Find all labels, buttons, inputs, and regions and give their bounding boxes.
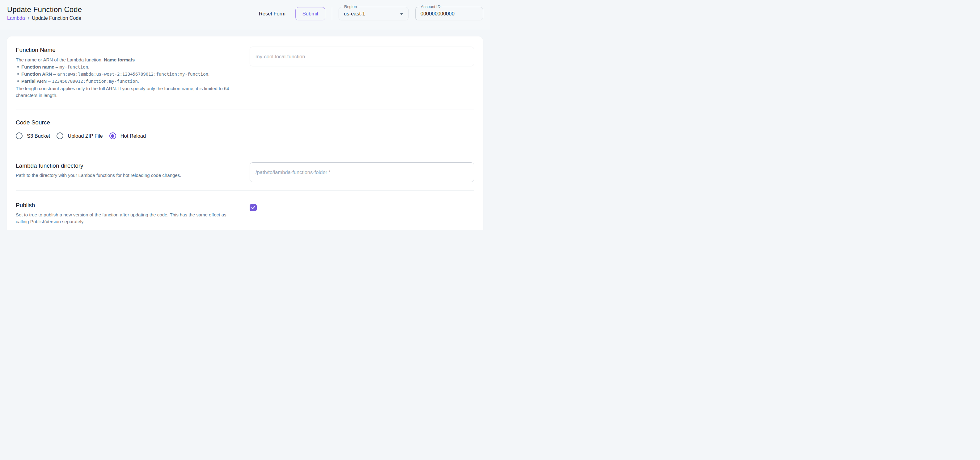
directory-heading: Lambda function directory — [16, 162, 242, 169]
bullet-period: . — [208, 71, 210, 76]
radio-label: Upload ZIP File — [68, 133, 103, 139]
list-item: Partial ARN – 123456789012:function:my-f… — [16, 78, 242, 85]
bullet-separator: – — [47, 78, 52, 84]
region-select[interactable]: Region us-east-1 — [339, 7, 409, 21]
account-id-field: Account ID — [415, 7, 483, 21]
directory-input-column — [250, 162, 474, 182]
bullet-code: my-function — [59, 65, 88, 70]
name-format-list: Function name – my-function. Function AR… — [16, 63, 242, 85]
section-code-source: Code Source S3 Bucket Upload ZIP File Ho… — [16, 110, 474, 151]
publish-text-column: Publish Set to true to publish a new ver… — [16, 202, 242, 225]
directory-text-column: Lambda function directory Path to the di… — [16, 162, 242, 182]
code-source-radio-group: S3 Bucket Upload ZIP File Hot Reload — [16, 132, 242, 139]
breadcrumb: Lambda / Update Function Code — [7, 16, 81, 21]
radio-circle-icon — [57, 132, 63, 139]
function-name-desc-bold: Name formats — [104, 57, 135, 62]
publish-heading: Publish — [16, 202, 242, 209]
bullet-separator: – — [54, 64, 60, 70]
radio-circle-icon — [16, 132, 22, 139]
region-value: us-east-1 — [344, 11, 365, 17]
radio-upload-zip-file[interactable]: Upload ZIP File — [57, 132, 103, 139]
update-function-code-card: Function Name The name or ARN of the Lam… — [7, 36, 483, 230]
function-name-desc-footer: The length constraint applies only to th… — [16, 85, 242, 99]
function-name-text-column: Function Name The name or ARN of the Lam… — [16, 47, 242, 99]
function-name-input[interactable] — [250, 47, 474, 67]
radio-label: S3 Bucket — [27, 133, 50, 139]
header-actions: Reset Form Submit Region us-east-1 Accou… — [256, 7, 483, 21]
page-title: Update Function Code — [7, 5, 82, 14]
publish-checkbox-column — [250, 202, 474, 225]
reset-form-button[interactable]: Reset Form — [256, 8, 289, 19]
account-id-label: Account ID — [419, 4, 442, 9]
function-name-desc-intro: The name or ARN of the Lambda function. — [16, 57, 104, 62]
section-lambda-directory: Lambda function directory Path to the di… — [16, 151, 474, 190]
section-publish: Publish Set to true to publish a new ver… — [16, 191, 474, 230]
chevron-down-icon — [400, 13, 404, 15]
directory-description: Path to the directory with your Lambda f… — [16, 172, 242, 179]
bullet-label: Function name — [21, 64, 54, 70]
list-item: Function name – my-function. — [16, 63, 242, 70]
checkmark-icon — [251, 205, 256, 210]
region-label: Region — [343, 4, 358, 9]
submit-button[interactable]: Submit — [295, 7, 325, 21]
list-item: Function ARN – arn:aws:lambda:us-west-2:… — [16, 71, 242, 78]
bullet-label: Function ARN — [21, 71, 52, 76]
radio-label: Hot Reload — [121, 133, 146, 139]
bullet-label: Partial ARN — [21, 78, 47, 84]
radio-circle-selected-icon — [109, 132, 116, 139]
radio-hot-reload[interactable]: Hot Reload — [109, 132, 146, 139]
breadcrumb-lambda-link[interactable]: Lambda — [7, 16, 25, 21]
function-name-heading: Function Name — [16, 47, 242, 53]
code-source-heading: Code Source — [16, 119, 242, 126]
bullet-code: 123456789012:function:my-function — [52, 79, 138, 84]
code-source-empty-column — [250, 119, 474, 139]
radio-s3-bucket[interactable]: S3 Bucket — [16, 132, 50, 139]
function-name-description: The name or ARN of the Lambda function. … — [16, 57, 242, 99]
lambda-directory-input[interactable] — [250, 162, 474, 182]
function-name-input-column — [250, 47, 474, 99]
breadcrumb-separator: / — [28, 16, 29, 21]
bullet-period: . — [88, 64, 89, 70]
section-function-name: Function Name The name or ARN of the Lam… — [16, 36, 474, 109]
header-divider — [332, 7, 332, 20]
breadcrumb-current: Update Function Code — [32, 16, 81, 21]
publish-description: Set to true to publish a new version of … — [16, 211, 240, 225]
bullet-period: . — [138, 78, 139, 84]
page-header: Update Function Code Lambda / Update Fun… — [0, 0, 490, 30]
code-source-column: Code Source S3 Bucket Upload ZIP File Ho… — [16, 119, 242, 139]
bullet-separator: – — [52, 71, 57, 76]
account-id-input[interactable] — [420, 11, 478, 17]
publish-checkbox[interactable] — [250, 204, 257, 211]
bullet-code: arn:aws:lambda:us-west-2:123456789012:fu… — [57, 71, 208, 76]
